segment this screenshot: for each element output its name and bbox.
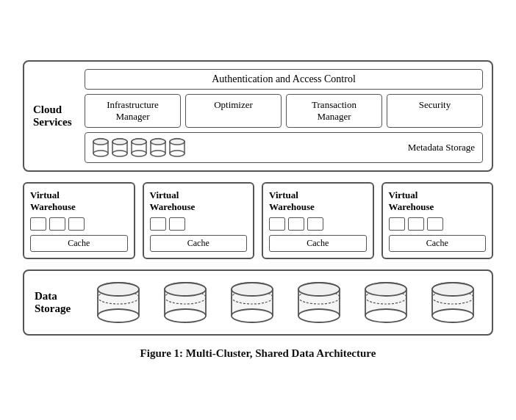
warehouse-box-4: VirtualWarehouse Cache xyxy=(381,182,494,259)
svg-point-43 xyxy=(165,283,206,296)
svg-point-62 xyxy=(365,309,406,322)
cloud-services-inner: Authentication and Access Control Infras… xyxy=(85,69,483,163)
node-row-3 xyxy=(269,217,367,231)
metadata-storage-label: Metadata Storage xyxy=(408,142,475,153)
cylinder-icon-5 xyxy=(169,137,185,159)
cloud-services-label: CloudServices xyxy=(33,104,77,128)
node-2-1 xyxy=(150,217,166,231)
storage-cylinder-6 xyxy=(431,280,475,325)
cylinder-icon-4 xyxy=(150,137,166,159)
svg-point-57 xyxy=(298,283,340,296)
warehouse-label-4: VirtualWarehouse xyxy=(389,189,487,213)
node-3-3 xyxy=(307,217,323,231)
node-row-1 xyxy=(30,217,128,231)
svg-point-28 xyxy=(170,151,184,156)
warehouse-box-3: VirtualWarehouse Cache xyxy=(262,182,374,259)
warehouse-box-1: VirtualWarehouse Cache xyxy=(23,182,135,259)
metadata-row: Metadata Storage xyxy=(85,132,483,163)
warehouse-label-1: VirtualWarehouse xyxy=(30,189,128,213)
cylinder-icon-3 xyxy=(131,137,147,159)
svg-point-64 xyxy=(365,283,406,296)
diagram-container: CloudServices Authentication and Access … xyxy=(15,46,501,374)
cache-box-1: Cache xyxy=(30,235,128,252)
svg-point-71 xyxy=(432,283,473,296)
svg-point-55 xyxy=(298,309,340,322)
storage-cylinder-2 xyxy=(163,280,207,325)
warehouses-layer: VirtualWarehouse Cache VirtualWarehouse … xyxy=(23,182,493,259)
metadata-cylinders xyxy=(93,137,185,159)
svg-point-50 xyxy=(232,283,273,296)
svg-point-41 xyxy=(165,309,206,322)
svg-point-22 xyxy=(151,151,165,156)
node-1-1 xyxy=(30,217,46,231)
svg-point-17 xyxy=(132,139,146,145)
storage-cylinder-3 xyxy=(230,280,274,325)
node-3-1 xyxy=(269,217,285,231)
svg-point-69 xyxy=(432,309,473,322)
services-row: InfrastructureManager Optimizer Transact… xyxy=(85,94,483,128)
service-transaction: TransactionManager xyxy=(286,94,382,128)
cylinder-icon-2 xyxy=(112,137,128,159)
storage-cylinders xyxy=(89,280,481,325)
storage-cylinder-4 xyxy=(297,280,341,325)
svg-point-23 xyxy=(151,139,165,145)
service-infrastructure: InfrastructureManager xyxy=(85,94,181,128)
cloud-services-layer: CloudServices Authentication and Access … xyxy=(23,60,493,172)
storage-cylinder-5 xyxy=(364,280,408,325)
node-row-2 xyxy=(150,217,248,231)
figure-caption: Figure 1: Multi-Cluster, Shared Data Arc… xyxy=(23,347,493,360)
service-optimizer: Optimizer xyxy=(185,94,282,128)
node-1-2 xyxy=(49,217,65,231)
cylinder-icon-1 xyxy=(93,137,109,159)
node-row-4 xyxy=(389,217,487,231)
warehouse-label-3: VirtualWarehouse xyxy=(269,189,367,213)
cache-box-2: Cache xyxy=(150,235,248,252)
warehouse-box-2: VirtualWarehouse Cache xyxy=(143,182,255,259)
svg-point-29 xyxy=(170,139,184,145)
svg-point-34 xyxy=(98,309,139,322)
cache-box-4: Cache xyxy=(389,235,487,252)
svg-point-16 xyxy=(132,151,146,156)
auth-control-bar: Authentication and Access Control xyxy=(85,69,483,90)
node-4-2 xyxy=(408,217,424,231)
svg-point-11 xyxy=(112,139,127,145)
node-4-3 xyxy=(427,217,443,231)
node-4-1 xyxy=(389,217,405,231)
svg-point-36 xyxy=(98,283,139,296)
storage-label: DataStorage xyxy=(35,290,79,315)
svg-point-48 xyxy=(232,309,273,322)
service-security: Security xyxy=(387,94,483,128)
svg-point-5 xyxy=(93,139,108,145)
storage-cylinder-1 xyxy=(96,280,140,325)
storage-layer: DataStorage xyxy=(23,269,493,336)
node-3-2 xyxy=(288,217,304,231)
warehouse-label-2: VirtualWarehouse xyxy=(150,189,248,213)
node-2-2 xyxy=(169,217,185,231)
svg-point-10 xyxy=(112,151,127,156)
svg-point-4 xyxy=(93,151,108,156)
cache-box-3: Cache xyxy=(269,235,367,252)
node-1-3 xyxy=(68,217,85,231)
